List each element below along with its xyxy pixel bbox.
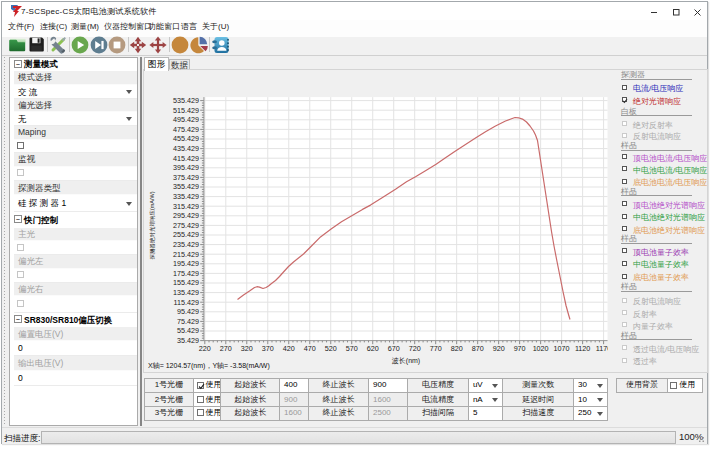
- svg-text:235.429: 235.429: [173, 240, 199, 249]
- svg-text:275.429: 275.429: [173, 220, 199, 229]
- svg-text:1070: 1070: [553, 344, 569, 353]
- svg-text:探测器绝对光谱响应(mA/W): 探测器绝对光谱响应(mA/W): [149, 191, 156, 259]
- svg-text:395.429: 395.429: [173, 163, 199, 172]
- svg-text:115.429: 115.429: [173, 297, 198, 306]
- svg-text:355.429: 355.429: [173, 182, 199, 191]
- svg-text:570: 570: [345, 344, 357, 353]
- svg-text:315.429: 315.429: [173, 201, 199, 210]
- svg-text:870: 870: [471, 344, 483, 353]
- svg-text:375.429: 375.429: [173, 172, 199, 181]
- svg-text:320: 320: [240, 344, 252, 353]
- svg-text:820: 820: [450, 344, 462, 353]
- svg-text:295.429: 295.429: [173, 211, 199, 220]
- svg-text:435.429: 435.429: [173, 144, 199, 153]
- svg-text:1170: 1170: [595, 344, 607, 353]
- svg-text:920: 920: [492, 344, 504, 353]
- svg-text:515.429: 515.429: [173, 105, 199, 114]
- svg-text:55.429: 55.429: [177, 326, 199, 335]
- svg-text:970: 970: [513, 344, 525, 353]
- svg-text:220: 220: [198, 344, 210, 353]
- svg-text:195.429: 195.429: [173, 259, 199, 268]
- svg-text:455.429: 455.429: [173, 134, 199, 143]
- svg-text:415.429: 415.429: [173, 153, 199, 162]
- svg-text:670: 670: [387, 344, 399, 353]
- svg-text:35.429: 35.429: [177, 336, 199, 345]
- svg-text:370: 370: [261, 344, 273, 353]
- svg-text:475.429: 475.429: [173, 124, 199, 133]
- svg-text:520: 520: [324, 344, 336, 353]
- svg-text:75.429: 75.429: [177, 316, 199, 325]
- svg-text:215.429: 215.429: [173, 249, 199, 258]
- svg-text:770: 770: [429, 344, 441, 353]
- svg-text:620: 620: [366, 344, 378, 353]
- svg-text:1120: 1120: [574, 344, 589, 353]
- svg-text:535.429: 535.429: [173, 96, 199, 105]
- svg-text:175.429: 175.429: [173, 268, 199, 277]
- svg-text:720: 720: [408, 344, 420, 353]
- svg-text:135.429: 135.429: [173, 288, 199, 297]
- svg-text:155.429: 155.429: [173, 278, 199, 287]
- svg-text:335.429: 335.429: [173, 192, 199, 201]
- svg-text:470: 470: [303, 344, 315, 353]
- svg-text:1020: 1020: [532, 344, 548, 353]
- svg-text:波长(nm): 波长(nm): [391, 356, 419, 364]
- svg-text:255.429: 255.429: [173, 230, 199, 239]
- svg-text:95.429: 95.429: [177, 307, 199, 316]
- svg-text:270: 270: [219, 344, 231, 353]
- svg-text:420: 420: [282, 344, 294, 353]
- svg-text:495.429: 495.429: [173, 115, 199, 124]
